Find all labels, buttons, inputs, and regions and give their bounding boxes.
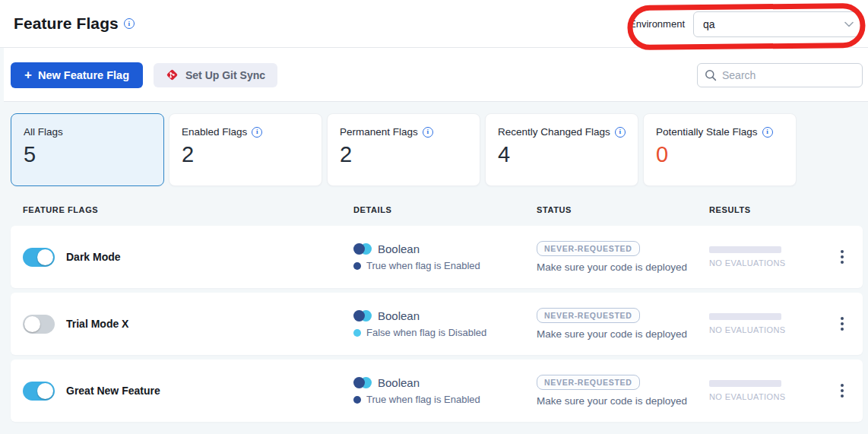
more-options-icon[interactable] [833,379,851,402]
search-icon [705,69,717,81]
stat-card-permanent-flags[interactable]: Permanent Flags i 2 [327,113,480,186]
flag-rule: True when flag is Enabled [366,260,480,271]
flag-rule: False when flag is Disabled [366,327,486,338]
git-icon [166,68,179,81]
stat-card-potentially-stale-flags[interactable]: Potentially Stale Flags i 0 [643,113,797,186]
flag-type: Boolean [378,242,420,255]
flag-toggle[interactable] [23,382,55,401]
git-sync-button[interactable]: Set Up Git Sync [154,63,277,87]
evaluation-text: NO EVALUATIONS [709,258,821,268]
stat-value: 4 [498,144,626,166]
toggle-knob [37,383,53,399]
column-header-details: DETAILS [353,205,526,214]
info-icon[interactable]: i [615,127,626,138]
rule-dot-icon [353,396,361,404]
table-header: FEATURE FLAGS DETAILS STATUS RESULTS [11,186,863,226]
evaluation-bar-placeholder [709,380,781,387]
status-badge: NEVER-REQUESTED [537,241,640,256]
more-options-icon[interactable] [833,312,851,335]
feature-flags-page: Feature Flags i Environment qa + New Fea… [0,0,868,434]
info-icon[interactable]: i [124,18,135,29]
rule-dot-icon [353,329,361,337]
more-options-icon[interactable] [833,246,851,268]
flag-rows: Dark Mode Boolean True when flag is Enab… [11,226,863,422]
flag-toggle[interactable] [23,315,55,334]
stat-label: Recently Changed Flags [498,126,610,138]
status-badge: NEVER-REQUESTED [537,375,640,390]
flag-toggle[interactable] [23,248,55,267]
flag-name[interactable]: Trial Mode X [66,318,128,330]
main-content: All Flags i 5 Enabled Flags i 2 Permanen… [0,102,868,434]
flag-row-great-new-feature: Great New Feature Boolean True when flag… [11,360,863,422]
boolean-type-icon [353,377,372,388]
flag-type: Boolean [378,309,420,322]
page-title: Feature Flags i [14,14,135,33]
status-badge: NEVER-REQUESTED [537,308,640,323]
evaluation-bar-placeholder [709,246,781,253]
stat-label: Permanent Flags [340,126,418,138]
flag-row-trial-mode-x: Trial Mode X Boolean False when flag is … [11,293,863,355]
toolbar: + New Feature Flag Set Up Git Sync [4,49,868,102]
info-icon[interactable]: i [423,127,433,138]
status-text: Make sure your code is deployed [537,395,687,407]
stat-value: 5 [24,144,151,166]
flag-name[interactable]: Dark Mode [66,251,121,263]
column-header-status: STATUS [537,205,707,214]
new-feature-flag-button[interactable]: + New Feature Flag [11,62,143,88]
git-sync-label: Set Up Git Sync [185,69,265,81]
stat-cards: All Flags i 5 Enabled Flags i 2 Permanen… [11,113,863,186]
chevron-down-icon [844,21,854,27]
flag-type: Boolean [378,376,420,389]
boolean-type-icon [353,243,372,255]
flag-rule: True when flag is Enabled [366,394,480,405]
title-bar: Feature Flags i Environment qa [0,0,868,48]
environment-select[interactable]: qa [693,11,862,37]
search-input[interactable] [697,63,863,87]
stat-card-all-flags[interactable]: All Flags i 5 [11,113,164,186]
stat-value: 0 [656,144,784,166]
flag-name[interactable]: Great New Feature [66,385,160,397]
stat-label: Enabled Flags [182,126,247,138]
stat-value: 2 [340,144,467,166]
new-feature-flag-label: New Feature Flag [38,69,129,81]
toggle-knob [37,249,53,265]
toggle-knob [24,316,40,332]
stat-value: 2 [182,144,309,166]
plus-icon: + [24,68,32,81]
column-header-results: RESULTS [709,205,821,214]
evaluation-text: NO EVALUATIONS [709,392,821,401]
search-box [697,63,863,87]
environment-value: qa [703,18,844,30]
column-header-feature-flags: FEATURE FLAGS [23,205,353,214]
stat-card-enabled-flags[interactable]: Enabled Flags i 2 [169,113,322,186]
status-text: Make sure your code is deployed [537,328,687,340]
info-icon[interactable]: i [252,127,262,138]
info-icon[interactable]: i [762,127,773,138]
environment-control: Environment qa [629,0,862,48]
environment-label: Environment [629,18,685,30]
stat-label: All Flags [24,126,63,138]
page-title-text: Feature Flags [14,14,119,33]
stat-card-recently-changed-flags[interactable]: Recently Changed Flags i 4 [485,113,638,186]
evaluation-bar-placeholder [709,313,781,320]
evaluation-text: NO EVALUATIONS [709,325,821,334]
stat-label: Potentially Stale Flags [656,126,758,138]
rule-dot-icon [353,262,361,270]
status-text: Make sure your code is deployed [537,261,687,273]
boolean-type-icon [353,310,372,322]
flag-row-dark-mode: Dark Mode Boolean True when flag is Enab… [11,226,863,288]
